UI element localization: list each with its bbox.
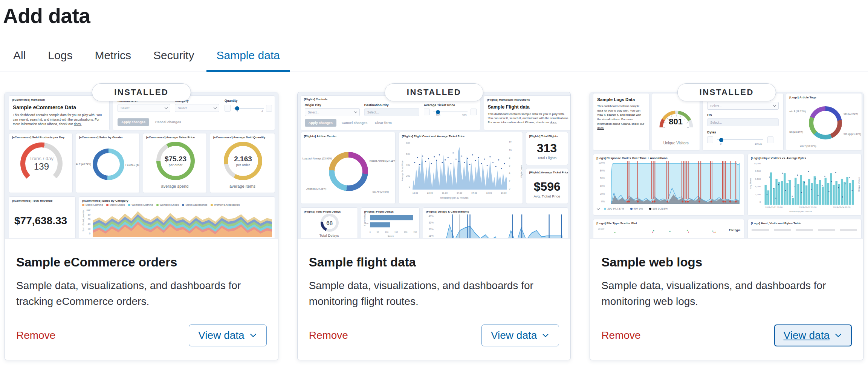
gauge-chart: Trxns / day 139 (20, 142, 63, 185)
axis-tick: 2019-02-02 19:00 (799, 206, 816, 208)
field-label: Origin City (305, 103, 321, 107)
donut-chart (93, 148, 124, 180)
panel-airline-carrier: [Flights] Airline Carrier Logstash Airwa… (301, 132, 396, 204)
axis-tick: 19:00 (413, 192, 418, 194)
legend-dot (82, 204, 84, 206)
slider-min: 2 (237, 110, 238, 113)
price-slider (433, 112, 468, 112)
chevron-down-icon (597, 207, 600, 210)
axis-tick: 200 (404, 231, 407, 233)
field-label: OS (707, 113, 712, 117)
panel-title: [Logs] Response Codes Over Time + Annota… (593, 154, 744, 160)
donut-chart (329, 152, 368, 191)
axis-tick: 0 (89, 233, 90, 235)
panel-visitors-bytes: [Logs] Unique Visitors vs. Average Bytes… (747, 154, 862, 216)
panel-title: [Flights] Total Flights (526, 132, 568, 138)
chevron-down-icon (214, 106, 217, 109)
axis-tick: 2019-02-05 00:00 (711, 199, 729, 201)
panel-delays-cancellations: [Flights] Delays & Cancellations 40%35%3… (423, 207, 568, 239)
axis-tick: 2 (509, 180, 510, 183)
axis-tick: 100% (599, 162, 605, 164)
panel-sales-by-category: [eCommerce] Sales by Category Men's Clot… (79, 196, 275, 239)
installed-badge: INSTALLED (677, 83, 776, 101)
cancel-changes-button: Cancel changes (155, 120, 181, 124)
axis-tick: 22:00 (427, 192, 433, 194)
gauge-chart: 2.163 per order (224, 142, 262, 180)
field-label: Bytes (707, 130, 716, 134)
tab-all[interactable]: All (13, 49, 26, 72)
chart-legend: 200 94.737%404 0%503 5.263% (604, 207, 742, 210)
axis-tick: 0 (760, 201, 761, 203)
view-data-button[interactable]: View data (481, 325, 559, 346)
axis-tick: 60 (88, 218, 90, 221)
axis-tick: 80% (600, 170, 605, 172)
table-header-smudge (752, 229, 857, 231)
remove-button[interactable]: Remove (601, 329, 640, 341)
panel-sales-by-gender: [eCommerce] Sales by Gender MALE (48.74%… (76, 133, 140, 193)
chevron-down-icon (834, 331, 842, 340)
metric-value: $77,638.33 (14, 215, 67, 227)
slice-label: win 8 (18.72%) (789, 110, 805, 113)
axis-tick: 6,300 (755, 178, 761, 180)
x-axis-ticks: 19:0022:0001:0004:0007:0010:0013:00 (413, 192, 507, 194)
metric-caption: Avg. Ticket Price (526, 194, 568, 198)
donut-chart (809, 106, 842, 139)
view-data-button[interactable]: View data (189, 325, 266, 346)
axis-tick: 13:00 (501, 192, 507, 194)
bar-chart (370, 214, 417, 230)
chart-legend: Men's ClothingMen's ShoesWomen's Clothin… (82, 204, 273, 206)
axis-tick: 8,300 (755, 170, 761, 172)
field-label: Average Ticket Price (424, 103, 455, 107)
tab-logs[interactable]: Logs (48, 49, 72, 72)
axis-tick: 8 (509, 157, 510, 159)
view-data-button[interactable]: View data (774, 325, 852, 346)
axis-tick: 2,300 (755, 193, 761, 196)
axis-tick: 40 (88, 223, 90, 226)
legend-dot (156, 204, 159, 206)
view-data-label: View data (784, 329, 830, 341)
x-axis-label: timestamp per 30 minutes (440, 196, 469, 199)
axis-tick: 20 (88, 228, 90, 231)
sample-data-cards: INSTALLED [eCommerce] Markdown Sample eC… (0, 92, 868, 360)
panel-title: [Flights] Flight Count and Average Ticke… (399, 132, 523, 138)
legend-item: Men's Clothing (82, 204, 103, 206)
axis-tick: true (365, 222, 368, 224)
slider-input-box (424, 109, 430, 115)
page-title: Add data (3, 4, 868, 28)
tab-security[interactable]: Security (153, 49, 194, 72)
panel-avg-sales-price: [eCommerce] Average Sales Price $75.23 p… (143, 133, 207, 193)
slider-max: 4 (261, 110, 263, 113)
axis-tick: 800 (406, 142, 410, 145)
axis-tick: 4 (509, 172, 510, 175)
chevron-down-icon (773, 104, 776, 107)
legend-label: 200 94.737% (607, 207, 624, 210)
slice-label: JetBeats (24.28%) (306, 187, 326, 190)
axis-tick: 20% (600, 193, 605, 196)
installed-badge: INSTALLED (385, 83, 483, 101)
chevron-down-icon (354, 110, 357, 113)
chevron-down-icon (249, 331, 257, 340)
legend-item: Men's Accessories (182, 204, 207, 206)
legend-dot (649, 208, 651, 210)
legend-dot (182, 204, 184, 206)
markdown-heading: Sample Logs Data (593, 93, 649, 102)
panel-title: [Logs] Unique Visitors vs. Average Bytes (748, 154, 861, 160)
metric-value: 313 (537, 141, 557, 155)
y2-axis-label: Flight Count (520, 165, 523, 178)
panel-title: [Logs] Article Tags (786, 93, 862, 99)
legend-item: Men's Shoes (106, 204, 125, 206)
axis-tick: 0 (509, 188, 510, 190)
axis-tick: 40% (429, 215, 434, 218)
remove-button[interactable]: Remove (309, 329, 348, 341)
bar-scatter-chart (763, 162, 855, 205)
select-placeholder: Select... (121, 106, 132, 110)
tab-sample-data[interactable]: Sample data (216, 49, 280, 72)
x-axis-ticks: 2019-02-01 00:002019-02-03 00:002019-02-… (616, 199, 729, 201)
remove-button[interactable]: Remove (16, 329, 55, 341)
card-sample-web-logs: INSTALLED Sample Logs Data This dashboar… (590, 92, 863, 360)
panel-title: [eCommerce] Total Revenue (9, 197, 75, 202)
tab-metrics[interactable]: Metrics (95, 49, 131, 72)
y-axis-ticks: 100806040200 (85, 209, 90, 235)
cancel-changes-button: Cancel changes (342, 121, 368, 125)
panel-title: [Flights] Average Ticket Price (526, 168, 568, 174)
